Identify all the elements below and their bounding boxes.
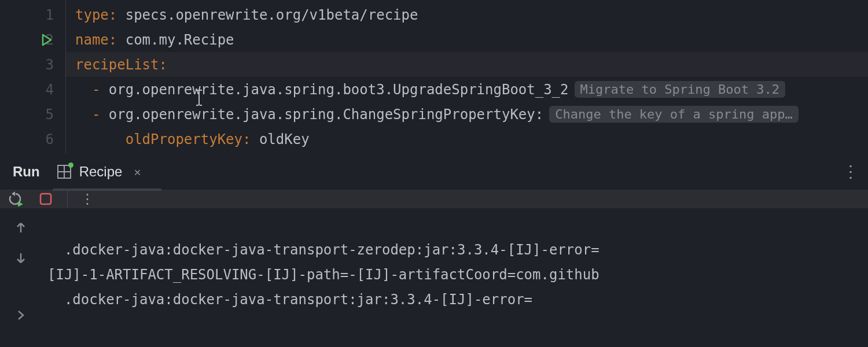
line-number: 3 (31, 57, 54, 73)
run-tab-label: Recipe (79, 164, 123, 180)
recipe-tab-icon (56, 164, 72, 180)
chevron-right-icon[interactable] (12, 307, 30, 324)
gutter-line[interactable]: 1 (0, 2, 65, 27)
run-toolbar: ⋮ (0, 190, 868, 208)
run-tool-window: Run Recipe ✕ ⋮ (0, 153, 868, 347)
yaml-key: oldPropertyKey (126, 131, 242, 147)
inlay-hint[interactable]: Migrate to Spring Boot 3.2 (575, 81, 785, 98)
code-line[interactable]: - org.openrewrite.java.spring.ChangeSpri… (66, 102, 868, 127)
gutter-line[interactable]: 6 (0, 127, 65, 152)
stop-icon[interactable] (37, 190, 54, 208)
svg-rect-3 (41, 194, 51, 204)
line-number: 4 (31, 82, 54, 98)
code-line[interactable]: oldPropertyKey: oldKey (66, 127, 868, 152)
yaml-key: name (75, 32, 109, 48)
scroll-up-icon[interactable] (12, 219, 30, 236)
yaml-list-item: org.openrewrite.java.spring.boot3.Upgrad… (109, 82, 569, 98)
yaml-key: recipeList (75, 57, 159, 73)
editor: 1 2 3 4 5 6 type: specs.openrewrite.org/… (0, 0, 868, 153)
line-number: 1 (31, 7, 54, 23)
gutter-line[interactable]: 3 (0, 52, 65, 77)
line-number: 6 (31, 131, 54, 147)
console-side-toolbar (0, 208, 42, 347)
inlay-hint[interactable]: Change the key of a spring app… (549, 106, 799, 123)
yaml-key: type (75, 7, 109, 23)
run-header: Run Recipe ✕ ⋮ (0, 153, 868, 190)
code-line-current[interactable]: recipeList: (66, 52, 868, 77)
run-tab[interactable]: Recipe ✕ (56, 153, 141, 190)
run-gutter-icon[interactable] (41, 34, 53, 46)
more-vertical-icon[interactable]: ⋮ (843, 162, 868, 181)
code-area[interactable]: type: specs.openrewrite.org/v1beta/recip… (66, 0, 868, 153)
yaml-value: specs.openrewrite.org/v1beta/recipe (126, 7, 418, 23)
yaml-value: com.my.Recipe (126, 32, 234, 48)
gutter: 1 2 3 4 5 6 (0, 0, 66, 153)
yaml-list-item: org.openrewrite.java.spring.ChangeSpring… (109, 106, 543, 123)
console-line: .docker-java:docker-java-transport-zerod… (47, 238, 862, 263)
tab-underline (53, 189, 161, 191)
run-title: Run (13, 164, 40, 180)
gutter-line[interactable]: 2 (0, 27, 65, 52)
close-tab-icon[interactable]: ✕ (129, 165, 141, 179)
console-line: [IJ]-1-ARTIFACT_RESOLVING-[IJ]-path=-[IJ… (47, 263, 862, 287)
code-line[interactable]: - org.openrewrite.java.spring.boot3.Upgr… (66, 77, 868, 102)
code-line[interactable]: name: com.my.Recipe (66, 27, 868, 52)
more-vertical-icon[interactable]: ⋮ (80, 192, 94, 206)
text-cursor-icon (195, 57, 196, 73)
yaml-value: oldKey (259, 131, 310, 147)
toolbar-divider (67, 190, 68, 208)
line-number: 5 (31, 106, 54, 123)
rerun-icon[interactable] (7, 190, 24, 208)
code-line[interactable]: type: specs.openrewrite.org/v1beta/recip… (66, 2, 868, 27)
console-output[interactable]: .docker-java:docker-java-transport-zerod… (42, 208, 868, 347)
console-line: .docker-java:docker-java-transport:jar:3… (47, 287, 862, 312)
run-body: .docker-java:docker-java-transport-zerod… (0, 208, 868, 347)
gutter-line[interactable]: 5 (0, 102, 65, 127)
gutter-line[interactable]: 4 (0, 77, 65, 102)
scroll-down-icon[interactable] (12, 250, 30, 267)
